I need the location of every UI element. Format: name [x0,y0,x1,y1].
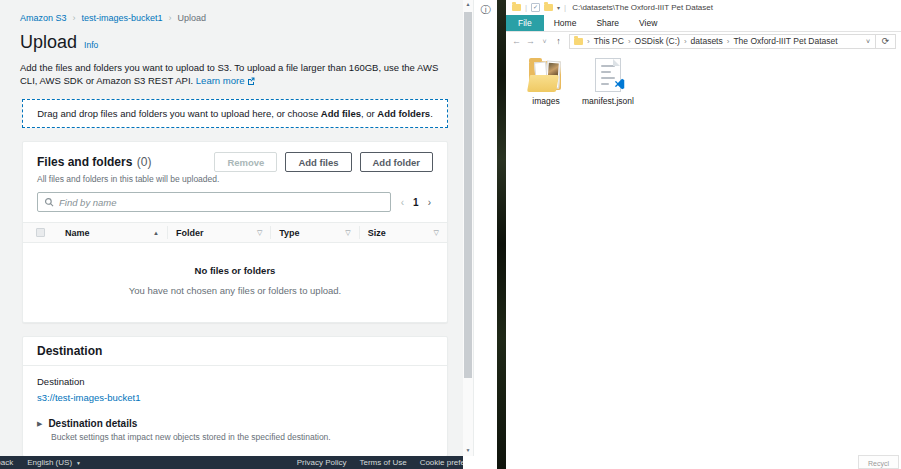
recent-locations-icon[interactable]: ˅ [539,38,550,45]
tab-view[interactable]: View [629,15,667,31]
tab-home[interactable]: Home [544,15,587,31]
breadcrumb-separator-icon: › [73,13,76,23]
file-item-label: manifest.jsonl [582,96,634,106]
address-bar[interactable]: › This PC › OSDisk (C:) › datasets › The… [570,35,861,48]
folder-icon [574,38,583,45]
chevron-down-icon: ▼ [76,460,81,466]
browser-scrollbar[interactable]: ▲ ▼ [463,0,473,456]
page-prev-button[interactable]: ‹ [401,197,404,208]
select-all-checkbox[interactable] [36,228,45,237]
table-header: Name ▲ Folder ▽ Type ▽ Size ▽ [23,222,447,243]
address-this-pc[interactable]: This PC [594,36,624,46]
add-files-button[interactable]: Add files [285,152,351,172]
divider: | [525,3,527,12]
column-header-size[interactable]: Size ▽ [359,226,447,239]
images-folder-icon [526,58,566,92]
destination-label: Destination [37,376,433,387]
destination-details-subtitle: Bucket settings that impact new objects … [51,432,433,442]
files-card-title: Files and folders [37,155,132,169]
breadcrumb-bucket-link[interactable]: test-images-bucket1 [82,13,163,23]
column-header-folder[interactable]: Folder ▽ [167,226,270,239]
filter-icon[interactable]: ▽ [434,229,439,237]
breadcrumb-current: Upload [178,13,207,23]
refresh-icon[interactable]: ⟳ [875,35,895,48]
terms-of-use-link[interactable]: Terms of Use [360,458,407,467]
empty-state: No files or folders You have not chosen … [23,243,447,322]
file-explorer-window: | ✓ ▾ | C:\datasets\The Oxford-IIIT Pet … [506,0,901,469]
screen: Amazon S3 › test-images-bucket1 › Upload… [0,0,901,469]
caret-right-icon: ▶ [37,420,42,428]
explorer-content: images manifest.jsonl Recycl [506,50,901,469]
destination-card: Destination Destination s3://test-images… [22,336,448,457]
files-card-subtitle: All files and folders in this table will… [23,172,447,184]
search-input[interactable] [59,197,384,208]
search-box [37,192,391,212]
dropzone-add-files-text: Add files [321,108,361,119]
explorer-titlebar: | ✓ ▾ | C:\datasets\The Oxford-IIIT Pet … [506,0,901,15]
address-dropdown-icon[interactable]: ˅ [861,35,875,48]
ribbon-tabs: File Home Share View [506,15,901,32]
add-folder-button[interactable]: Add folder [360,152,434,172]
files-card-actions: Remove Add files Add folder [214,152,433,172]
back-icon[interactable]: ← [511,36,522,46]
empty-state-title: No files or folders [33,265,437,276]
destination-card-title: Destination [23,337,447,366]
new-folder-icon[interactable] [544,4,553,11]
up-icon[interactable]: ↑ [553,36,564,46]
learn-more-link[interactable]: Learn more [196,75,255,86]
window-title-path: C:\datasets\The Oxford-IIIT Pet Dataset [572,3,713,12]
info-link[interactable]: Info [84,40,98,50]
search-icon [44,197,54,207]
tab-file[interactable]: File [506,15,544,31]
info-icon[interactable]: ⓘ [480,3,492,17]
aws-s3-upload-page: Amazon S3 › test-images-bucket1 › Upload… [0,0,463,469]
files-card-count: (0) [137,155,152,169]
dropzone-text: Drag and drop files and folders you want… [37,108,321,119]
aws-footer: Feedback English (US) ▼ Privacy Policy T… [0,456,463,469]
scroll-up-icon[interactable]: ▲ [463,1,473,7]
address-current-folder[interactable]: The Oxford-IIIT Pet Dataset [733,36,837,46]
filter-icon[interactable]: ▽ [257,229,262,237]
page-title: Upload [20,32,77,53]
file-item-images[interactable]: images [526,58,566,106]
page-fold [613,59,620,66]
jsonl-file-icon [595,58,621,92]
dropzone[interactable]: Drag and drop files and folders you want… [22,99,448,128]
remove-button[interactable]: Remove [214,152,277,172]
page-next-button[interactable]: › [428,197,431,208]
vscode-icon [613,78,625,90]
forward-icon[interactable]: → [525,36,536,46]
desktop-wallpaper-strip [497,0,506,469]
address-datasets[interactable]: datasets [691,36,723,46]
tab-share[interactable]: Share [586,15,629,31]
breadcrumb-amazon-s3[interactable]: Amazon S3 [20,13,67,23]
file-item-label: images [526,96,566,106]
destination-details-toggle[interactable]: ▶ Destination details [37,418,433,429]
quick-access-toolbar-dropdown-icon[interactable]: ▾ [557,4,560,11]
column-header-name[interactable]: Name ▲ [57,226,167,239]
file-item-manifest[interactable]: manifest.jsonl [582,58,634,106]
breadcrumb: Amazon S3 › test-images-bucket1 › Upload [0,0,463,23]
column-header-type[interactable]: Type ▽ [270,226,358,239]
files-and-folders-card: Files and folders (0) Remove Add files A… [22,141,448,323]
divider: | [564,3,566,12]
privacy-policy-link[interactable]: Privacy Policy [297,458,347,467]
scrollbar-thumb[interactable] [464,12,472,378]
address-osdisk[interactable]: OSDisk (C:) [635,36,680,46]
filter-icon[interactable]: ▽ [345,229,350,237]
destination-bucket-link[interactable]: s3://test-images-bucket1 [37,392,141,403]
empty-state-subtitle: You have not chosen any files or folders… [33,285,437,296]
recycle-bin-partial[interactable]: Recycl [858,455,899,469]
scroll-down-icon[interactable]: ▼ [463,447,473,453]
feedback-link[interactable]: Feedback [0,458,13,467]
pagination: ‹ 1 › [401,197,433,208]
sort-asc-icon: ▲ [153,230,159,236]
cookie-preferences-link[interactable]: Cookie preferences [420,458,463,467]
page-number[interactable]: 1 [413,197,419,208]
properties-icon[interactable]: ✓ [531,3,540,12]
explorer-app-icon [512,4,521,11]
external-link-icon [247,77,255,85]
language-selector[interactable]: English (US) ▼ [27,458,81,467]
dropzone-add-folders-text: Add folders [377,108,430,119]
page-title-row: Upload Info [0,23,463,53]
